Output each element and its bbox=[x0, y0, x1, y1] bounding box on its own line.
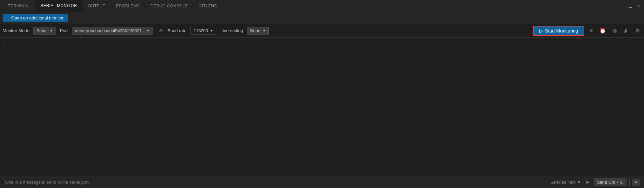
start-monitoring-button[interactable]: ▷ Start Monitoring bbox=[533, 26, 584, 36]
send-arrow-icon[interactable]: ➤ bbox=[584, 178, 591, 186]
toolbar-top: + Open an additional monitor bbox=[0, 12, 644, 24]
tab-bar-right: 🗕 ✕ bbox=[628, 3, 641, 9]
add-monitor-button[interactable]: + Open an additional monitor bbox=[3, 14, 68, 22]
minimize-icon[interactable]: 🗕 bbox=[628, 3, 633, 9]
monitor-mode-select[interactable]: Serial ▼ bbox=[33, 27, 56, 35]
port-select[interactable]: /dev/tty.wchusbserial54250226321 - ▼ bbox=[72, 27, 153, 35]
pin-icon[interactable]: 🖇 bbox=[622, 26, 630, 35]
baud-rate-chevron: ▼ bbox=[210, 29, 213, 33]
line-ending-label: Line ending bbox=[220, 28, 243, 33]
tab-output[interactable]: OUTPUT bbox=[83, 0, 111, 12]
start-monitoring-label: Start Monitoring bbox=[545, 28, 578, 34]
settings-icon[interactable]: ⚙ bbox=[634, 26, 641, 35]
tab-debug-console[interactable]: DEBUG CONSOLE bbox=[145, 0, 193, 12]
baud-rate-select[interactable]: 115200 ▼ bbox=[191, 27, 216, 35]
tab-serial-monitor[interactable]: SERIAL MONITOR bbox=[35, 0, 83, 12]
tab-problems[interactable]: PROBLEMS bbox=[111, 0, 145, 12]
split-icon[interactable]: ⧉ bbox=[611, 26, 618, 35]
tab-bar: TERMINAL SERIAL MONITOR OUTPUT PROBLEMS … bbox=[0, 0, 644, 12]
send-as-text-label: Send as Text bbox=[550, 180, 576, 185]
port-value: /dev/tty.wchusbserial54250226321 - bbox=[75, 28, 144, 33]
add-monitor-label: Open an additional monitor bbox=[11, 15, 64, 20]
tab-terminal[interactable]: TERMINAL bbox=[3, 0, 35, 12]
monitor-mode-label: Monitor Mode bbox=[3, 28, 29, 33]
toolbar-controls: Monitor Mode Serial ▼ Port /dev/tty.wchu… bbox=[0, 24, 644, 38]
bottom-bar: Send as Text ▼ ➤ Send Ctrl + C ▼ bbox=[0, 176, 644, 188]
send-as-text-select[interactable]: Send as Text ▼ bbox=[550, 180, 581, 185]
send-as-text-chevron: ▼ bbox=[577, 180, 581, 185]
tab-gitlens[interactable]: GITLENS bbox=[193, 0, 222, 12]
send-ctrl-button[interactable]: Send Ctrl + C bbox=[594, 178, 627, 186]
play-icon: ▷ bbox=[539, 28, 543, 34]
clock-icon[interactable]: ⏰ bbox=[598, 26, 607, 35]
close-icon[interactable]: ✕ bbox=[636, 3, 641, 9]
monitor-mode-value: Serial bbox=[36, 28, 47, 33]
port-label: Port bbox=[60, 28, 68, 33]
send-ctrl-label: Send Ctrl + C bbox=[597, 180, 623, 185]
message-input[interactable] bbox=[4, 180, 548, 185]
baud-rate-label: Baud rate bbox=[168, 28, 186, 33]
tab-bar-left: TERMINAL SERIAL MONITOR OUTPUT PROBLEMS … bbox=[3, 0, 222, 12]
plus-icon: + bbox=[7, 15, 9, 20]
monitor-mode-chevron: ▼ bbox=[50, 29, 53, 33]
main-content bbox=[0, 38, 644, 176]
line-ending-select[interactable]: None ▼ bbox=[247, 27, 269, 35]
send-ctrl-dropdown-button[interactable]: ▼ bbox=[632, 179, 640, 186]
list-ordered-icon[interactable]: ≡ bbox=[588, 26, 594, 35]
refresh-icon[interactable]: ↺ bbox=[157, 27, 164, 34]
send-ctrl-divider bbox=[629, 179, 630, 186]
port-chevron: ▼ bbox=[147, 29, 150, 33]
line-ending-chevron: ▼ bbox=[263, 29, 266, 33]
baud-rate-value: 115200 bbox=[194, 28, 208, 33]
text-cursor bbox=[3, 40, 3, 46]
line-ending-value: None bbox=[250, 28, 260, 33]
